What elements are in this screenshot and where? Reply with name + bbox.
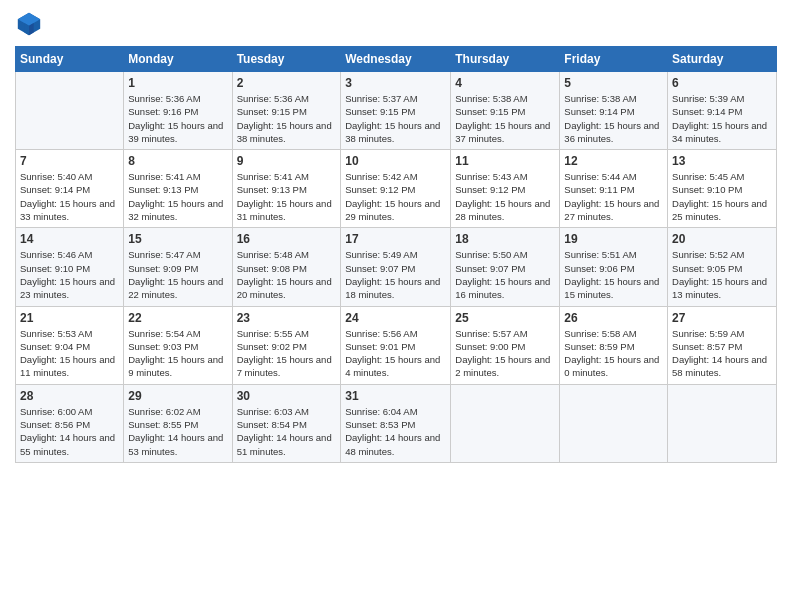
day-info: Sunrise: 5:38 AMSunset: 9:14 PMDaylight:… xyxy=(564,92,663,145)
day-cell: 6Sunrise: 5:39 AMSunset: 9:14 PMDaylight… xyxy=(668,72,777,150)
day-info: Sunrise: 5:44 AMSunset: 9:11 PMDaylight:… xyxy=(564,170,663,223)
day-number: 9 xyxy=(237,154,337,168)
day-number: 7 xyxy=(20,154,119,168)
day-number: 22 xyxy=(128,311,227,325)
col-header-sunday: Sunday xyxy=(16,47,124,72)
day-cell: 4Sunrise: 5:38 AMSunset: 9:15 PMDaylight… xyxy=(451,72,560,150)
day-cell: 10Sunrise: 5:42 AMSunset: 9:12 PMDayligh… xyxy=(341,150,451,228)
col-header-saturday: Saturday xyxy=(668,47,777,72)
day-cell: 5Sunrise: 5:38 AMSunset: 9:14 PMDaylight… xyxy=(560,72,668,150)
day-info: Sunrise: 5:41 AMSunset: 9:13 PMDaylight:… xyxy=(128,170,227,223)
day-info: Sunrise: 6:00 AMSunset: 8:56 PMDaylight:… xyxy=(20,405,119,458)
day-number: 4 xyxy=(455,76,555,90)
day-cell: 2Sunrise: 5:36 AMSunset: 9:15 PMDaylight… xyxy=(232,72,341,150)
day-cell xyxy=(560,384,668,462)
day-number: 19 xyxy=(564,232,663,246)
day-number: 23 xyxy=(237,311,337,325)
day-cell: 3Sunrise: 5:37 AMSunset: 9:15 PMDaylight… xyxy=(341,72,451,150)
col-header-tuesday: Tuesday xyxy=(232,47,341,72)
day-number: 2 xyxy=(237,76,337,90)
day-info: Sunrise: 5:56 AMSunset: 9:01 PMDaylight:… xyxy=(345,327,446,380)
day-cell: 15Sunrise: 5:47 AMSunset: 9:09 PMDayligh… xyxy=(124,228,232,306)
day-cell xyxy=(16,72,124,150)
day-number: 13 xyxy=(672,154,772,168)
day-info: Sunrise: 5:45 AMSunset: 9:10 PMDaylight:… xyxy=(672,170,772,223)
day-number: 16 xyxy=(237,232,337,246)
day-info: Sunrise: 6:03 AMSunset: 8:54 PMDaylight:… xyxy=(237,405,337,458)
week-row-5: 28Sunrise: 6:00 AMSunset: 8:56 PMDayligh… xyxy=(16,384,777,462)
day-cell: 27Sunrise: 5:59 AMSunset: 8:57 PMDayligh… xyxy=(668,306,777,384)
day-cell: 30Sunrise: 6:03 AMSunset: 8:54 PMDayligh… xyxy=(232,384,341,462)
day-number: 26 xyxy=(564,311,663,325)
day-number: 11 xyxy=(455,154,555,168)
col-header-thursday: Thursday xyxy=(451,47,560,72)
day-number: 5 xyxy=(564,76,663,90)
day-number: 8 xyxy=(128,154,227,168)
day-info: Sunrise: 5:53 AMSunset: 9:04 PMDaylight:… xyxy=(20,327,119,380)
day-cell: 19Sunrise: 5:51 AMSunset: 9:06 PMDayligh… xyxy=(560,228,668,306)
day-info: Sunrise: 5:46 AMSunset: 9:10 PMDaylight:… xyxy=(20,248,119,301)
day-info: Sunrise: 5:43 AMSunset: 9:12 PMDaylight:… xyxy=(455,170,555,223)
day-info: Sunrise: 5:59 AMSunset: 8:57 PMDaylight:… xyxy=(672,327,772,380)
day-number: 25 xyxy=(455,311,555,325)
day-cell: 23Sunrise: 5:55 AMSunset: 9:02 PMDayligh… xyxy=(232,306,341,384)
day-number: 3 xyxy=(345,76,446,90)
day-info: Sunrise: 5:48 AMSunset: 9:08 PMDaylight:… xyxy=(237,248,337,301)
day-info: Sunrise: 5:37 AMSunset: 9:15 PMDaylight:… xyxy=(345,92,446,145)
day-number: 17 xyxy=(345,232,446,246)
day-cell: 7Sunrise: 5:40 AMSunset: 9:14 PMDaylight… xyxy=(16,150,124,228)
day-info: Sunrise: 5:42 AMSunset: 9:12 PMDaylight:… xyxy=(345,170,446,223)
day-info: Sunrise: 5:40 AMSunset: 9:14 PMDaylight:… xyxy=(20,170,119,223)
day-cell: 9Sunrise: 5:41 AMSunset: 9:13 PMDaylight… xyxy=(232,150,341,228)
day-cell: 14Sunrise: 5:46 AMSunset: 9:10 PMDayligh… xyxy=(16,228,124,306)
day-cell: 22Sunrise: 5:54 AMSunset: 9:03 PMDayligh… xyxy=(124,306,232,384)
day-number: 24 xyxy=(345,311,446,325)
header xyxy=(15,10,777,38)
day-number: 14 xyxy=(20,232,119,246)
day-cell: 11Sunrise: 5:43 AMSunset: 9:12 PMDayligh… xyxy=(451,150,560,228)
day-cell: 24Sunrise: 5:56 AMSunset: 9:01 PMDayligh… xyxy=(341,306,451,384)
day-info: Sunrise: 5:51 AMSunset: 9:06 PMDaylight:… xyxy=(564,248,663,301)
day-cell: 12Sunrise: 5:44 AMSunset: 9:11 PMDayligh… xyxy=(560,150,668,228)
day-info: Sunrise: 5:57 AMSunset: 9:00 PMDaylight:… xyxy=(455,327,555,380)
week-row-2: 7Sunrise: 5:40 AMSunset: 9:14 PMDaylight… xyxy=(16,150,777,228)
week-row-4: 21Sunrise: 5:53 AMSunset: 9:04 PMDayligh… xyxy=(16,306,777,384)
day-info: Sunrise: 5:39 AMSunset: 9:14 PMDaylight:… xyxy=(672,92,772,145)
week-row-3: 14Sunrise: 5:46 AMSunset: 9:10 PMDayligh… xyxy=(16,228,777,306)
logo xyxy=(15,10,47,38)
day-cell: 25Sunrise: 5:57 AMSunset: 9:00 PMDayligh… xyxy=(451,306,560,384)
day-cell xyxy=(451,384,560,462)
day-cell: 29Sunrise: 6:02 AMSunset: 8:55 PMDayligh… xyxy=(124,384,232,462)
col-header-friday: Friday xyxy=(560,47,668,72)
day-number: 12 xyxy=(564,154,663,168)
day-cell: 13Sunrise: 5:45 AMSunset: 9:10 PMDayligh… xyxy=(668,150,777,228)
header-row: SundayMondayTuesdayWednesdayThursdayFrid… xyxy=(16,47,777,72)
day-info: Sunrise: 5:41 AMSunset: 9:13 PMDaylight:… xyxy=(237,170,337,223)
page-container: SundayMondayTuesdayWednesdayThursdayFrid… xyxy=(0,0,792,473)
day-info: Sunrise: 5:55 AMSunset: 9:02 PMDaylight:… xyxy=(237,327,337,380)
day-number: 28 xyxy=(20,389,119,403)
day-number: 1 xyxy=(128,76,227,90)
day-info: Sunrise: 5:50 AMSunset: 9:07 PMDaylight:… xyxy=(455,248,555,301)
day-info: Sunrise: 5:36 AMSunset: 9:16 PMDaylight:… xyxy=(128,92,227,145)
week-row-1: 1Sunrise: 5:36 AMSunset: 9:16 PMDaylight… xyxy=(16,72,777,150)
day-cell: 1Sunrise: 5:36 AMSunset: 9:16 PMDaylight… xyxy=(124,72,232,150)
day-number: 20 xyxy=(672,232,772,246)
day-cell: 8Sunrise: 5:41 AMSunset: 9:13 PMDaylight… xyxy=(124,150,232,228)
day-info: Sunrise: 5:36 AMSunset: 9:15 PMDaylight:… xyxy=(237,92,337,145)
day-cell: 18Sunrise: 5:50 AMSunset: 9:07 PMDayligh… xyxy=(451,228,560,306)
day-cell xyxy=(668,384,777,462)
day-info: Sunrise: 5:52 AMSunset: 9:05 PMDaylight:… xyxy=(672,248,772,301)
day-info: Sunrise: 6:04 AMSunset: 8:53 PMDaylight:… xyxy=(345,405,446,458)
day-number: 15 xyxy=(128,232,227,246)
day-number: 31 xyxy=(345,389,446,403)
day-info: Sunrise: 5:58 AMSunset: 8:59 PMDaylight:… xyxy=(564,327,663,380)
day-number: 27 xyxy=(672,311,772,325)
day-info: Sunrise: 5:49 AMSunset: 9:07 PMDaylight:… xyxy=(345,248,446,301)
col-header-wednesday: Wednesday xyxy=(341,47,451,72)
day-cell: 26Sunrise: 5:58 AMSunset: 8:59 PMDayligh… xyxy=(560,306,668,384)
calendar-table: SundayMondayTuesdayWednesdayThursdayFrid… xyxy=(15,46,777,463)
day-number: 21 xyxy=(20,311,119,325)
day-number: 30 xyxy=(237,389,337,403)
col-header-monday: Monday xyxy=(124,47,232,72)
